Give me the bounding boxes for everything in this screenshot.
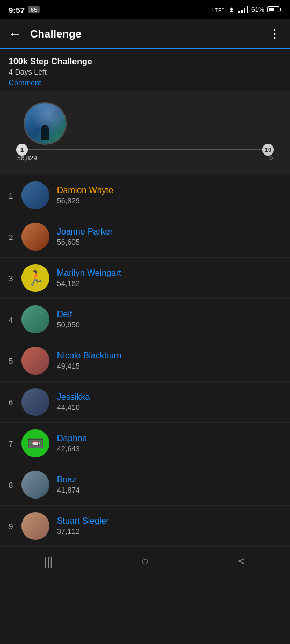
leader-name: Delf <box>57 310 281 319</box>
avatar <box>21 347 49 375</box>
status-time: 9:57 <box>9 5 25 14</box>
track-nodes: 1 10 <box>16 144 274 156</box>
leader-info: Daphna 42,643 <box>57 434 281 453</box>
track-node-start: 1 <box>16 144 28 156</box>
leader-name: Stuart Siegler <box>57 516 281 526</box>
leader-info: Stuart Siegler 37,112 <box>57 516 281 536</box>
svg-marker-1 <box>230 10 233 12</box>
leader-steps: 49,415 <box>57 362 281 370</box>
track-node-end: 10 <box>262 144 274 156</box>
rank-number: 1 <box>9 191 21 200</box>
list-item[interactable]: 5 Nicole Blackburn 49,415 <box>0 340 290 382</box>
progress-section: 1 10 56,829 0 <box>0 91 290 175</box>
avatar <box>21 181 49 209</box>
avatar <box>21 471 49 499</box>
leader-steps: 41,874 <box>57 486 281 494</box>
leader-info: Nicole Blackburn 49,415 <box>57 351 281 370</box>
leader-name: Joanne Parker <box>57 227 281 237</box>
avatar <box>21 388 49 416</box>
avatar: 🏃 <box>21 264 49 292</box>
list-item[interactable]: 2 Joanne Parker 56,605 <box>0 216 290 258</box>
challenge-comment-link[interactable]: Comment <box>9 78 281 87</box>
leader-name: Nicole Blackburn <box>57 351 281 361</box>
leader-info: Damion Whyte 56,829 <box>57 186 281 205</box>
home-icon: ○ <box>141 554 148 568</box>
leader-steps: 56,605 <box>57 238 281 246</box>
leader-info: Marilyn Weingart 54,162 <box>57 268 281 288</box>
battery-icon <box>267 6 281 12</box>
user-avatar-progress <box>24 102 67 145</box>
rank-number: 7 <box>9 439 21 448</box>
list-item[interactable]: 7 📼 Daphna 42,643 <box>0 423 290 464</box>
status-right: LTE+ 61% <box>212 6 281 13</box>
leader-name: Daphna <box>57 434 281 443</box>
app-bar: ← Challenge ⋮ <box>0 19 290 49</box>
progress-track: 1 10 <box>16 149 274 150</box>
list-item[interactable]: 9 Stuart Siegler 37,112 <box>0 506 290 547</box>
rank-number: 3 <box>9 274 21 283</box>
back-nav-icon: < <box>238 554 245 568</box>
battery-percent: 61% <box>251 6 264 13</box>
rank-number: 8 <box>9 480 21 489</box>
rank-number: 4 <box>9 315 21 324</box>
list-item[interactable]: 1 Damion Whyte 56,829 <box>0 175 290 216</box>
rank-number: 6 <box>9 398 21 407</box>
leader-steps: 42,643 <box>57 444 281 453</box>
leader-steps: 54,162 <box>57 279 281 288</box>
leader-steps: 56,829 <box>57 196 281 205</box>
avatar: 📼 <box>21 429 49 457</box>
leader-info: Jessikka 44,410 <box>57 392 281 412</box>
avatar <box>21 223 49 251</box>
avatar-icon: 🏃 <box>27 270 44 287</box>
list-item[interactable]: 4 Delf 50,950 <box>0 299 290 340</box>
home-button[interactable]: ○ <box>97 547 193 575</box>
rank-number: 5 <box>9 356 21 365</box>
status-left: 9:57 65 <box>9 5 40 14</box>
list-item[interactable]: 3 🏃 Marilyn Weingart 54,162 <box>0 258 290 299</box>
challenge-header: 100k Step Challenge 4 Days Left Comment <box>0 49 290 91</box>
leader-steps: 50,950 <box>57 320 281 329</box>
status-bar: 9:57 65 LTE+ 61% <box>0 0 290 19</box>
leader-steps: 37,112 <box>57 527 281 536</box>
back-nav-button[interactable]: < <box>193 547 290 575</box>
track-labels: 56,829 0 <box>16 155 274 162</box>
leader-name: Jessikka <box>57 392 281 402</box>
leader-name: Boaz <box>57 475 281 485</box>
user-step-count: 56,829 <box>17 155 37 162</box>
app-bar-title: Challenge <box>30 28 269 40</box>
leader-steps: 44,410 <box>57 403 281 412</box>
recents-icon: ||| <box>44 554 53 568</box>
leader-name: Marilyn Weingart <box>57 268 281 278</box>
leader-info: Boaz 41,874 <box>57 475 281 494</box>
signal-bars <box>238 6 248 13</box>
challenge-title: 100k Step Challenge <box>9 57 281 67</box>
more-menu-button[interactable]: ⋮ <box>269 27 281 41</box>
avatar <box>21 512 49 540</box>
rank-number: 2 <box>9 232 21 241</box>
nav-bar: ||| ○ < <box>0 547 290 575</box>
back-button[interactable]: ← <box>9 27 21 40</box>
avatar-icon: 📼 <box>27 435 44 452</box>
svg-marker-0 <box>230 7 233 10</box>
notification-badge: 65 <box>28 6 40 13</box>
data-transfer-icon <box>228 6 235 13</box>
challenge-days-left: 4 Days Left <box>9 68 281 76</box>
list-item[interactable]: 6 Jessikka 44,410 <box>0 382 290 423</box>
recents-button[interactable]: ||| <box>0 547 97 575</box>
leaderboard: 1 Damion Whyte 56,829 2 Joanne Parker 56… <box>0 175 290 547</box>
list-item[interactable]: 8 Boaz 41,874 <box>0 464 290 506</box>
end-step-count: 0 <box>269 155 273 162</box>
avatar <box>21 305 49 333</box>
leader-info: Delf 50,950 <box>57 310 281 329</box>
leader-name: Damion Whyte <box>57 186 281 195</box>
lte-icon: LTE+ <box>212 6 224 13</box>
leader-info: Joanne Parker 56,605 <box>57 227 281 246</box>
rank-number: 9 <box>9 522 21 531</box>
